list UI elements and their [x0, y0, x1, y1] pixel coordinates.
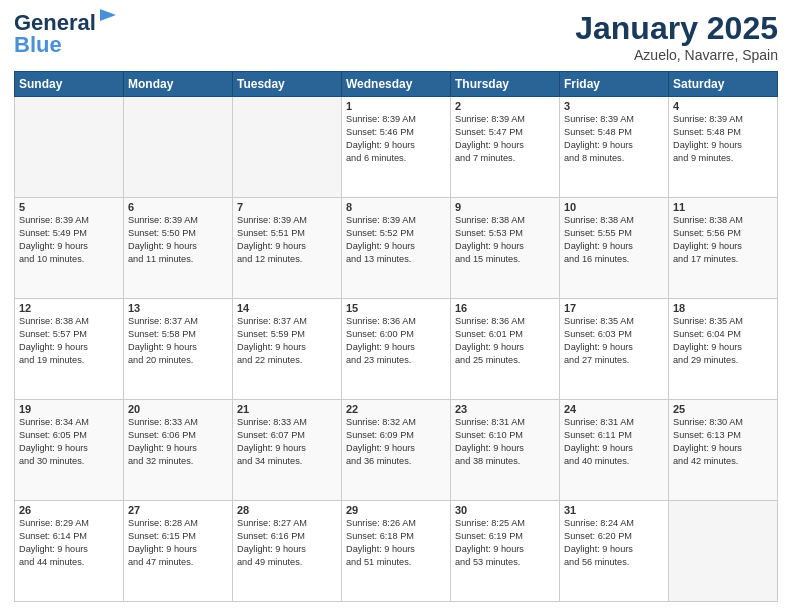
calendar-cell: 5Sunrise: 8:39 AM Sunset: 5:49 PM Daylig…	[15, 198, 124, 299]
cell-content: Sunrise: 8:34 AM Sunset: 6:05 PM Dayligh…	[19, 416, 119, 468]
day-number: 21	[237, 403, 337, 415]
calendar-cell: 13Sunrise: 8:37 AM Sunset: 5:58 PM Dayli…	[124, 299, 233, 400]
calendar-cell	[15, 97, 124, 198]
week-row-1: 1Sunrise: 8:39 AM Sunset: 5:46 PM Daylig…	[15, 97, 778, 198]
day-number: 6	[128, 201, 228, 213]
calendar-table: SundayMondayTuesdayWednesdayThursdayFrid…	[14, 71, 778, 602]
cell-content: Sunrise: 8:39 AM Sunset: 5:50 PM Dayligh…	[128, 214, 228, 266]
day-number: 20	[128, 403, 228, 415]
calendar-cell: 16Sunrise: 8:36 AM Sunset: 6:01 PM Dayli…	[451, 299, 560, 400]
cell-content: Sunrise: 8:31 AM Sunset: 6:10 PM Dayligh…	[455, 416, 555, 468]
cell-content: Sunrise: 8:38 AM Sunset: 5:55 PM Dayligh…	[564, 214, 664, 266]
cell-content: Sunrise: 8:39 AM Sunset: 5:47 PM Dayligh…	[455, 113, 555, 165]
cell-content: Sunrise: 8:37 AM Sunset: 5:59 PM Dayligh…	[237, 315, 337, 367]
day-number: 1	[346, 100, 446, 112]
cell-content: Sunrise: 8:27 AM Sunset: 6:16 PM Dayligh…	[237, 517, 337, 569]
calendar-cell: 28Sunrise: 8:27 AM Sunset: 6:16 PM Dayli…	[233, 501, 342, 602]
day-number: 7	[237, 201, 337, 213]
day-number: 14	[237, 302, 337, 314]
cell-content: Sunrise: 8:24 AM Sunset: 6:20 PM Dayligh…	[564, 517, 664, 569]
day-number: 13	[128, 302, 228, 314]
cell-content: Sunrise: 8:39 AM Sunset: 5:48 PM Dayligh…	[673, 113, 773, 165]
page: General Blue January 2025 Azuelo, Navarr…	[0, 0, 792, 612]
cell-content: Sunrise: 8:38 AM Sunset: 5:56 PM Dayligh…	[673, 214, 773, 266]
calendar-cell: 3Sunrise: 8:39 AM Sunset: 5:48 PM Daylig…	[560, 97, 669, 198]
day-number: 30	[455, 504, 555, 516]
calendar-cell: 25Sunrise: 8:30 AM Sunset: 6:13 PM Dayli…	[669, 400, 778, 501]
calendar-cell: 12Sunrise: 8:38 AM Sunset: 5:57 PM Dayli…	[15, 299, 124, 400]
calendar-cell: 7Sunrise: 8:39 AM Sunset: 5:51 PM Daylig…	[233, 198, 342, 299]
calendar-cell: 1Sunrise: 8:39 AM Sunset: 5:46 PM Daylig…	[342, 97, 451, 198]
weekday-header-monday: Monday	[124, 72, 233, 97]
logo: General Blue	[14, 10, 118, 58]
cell-content: Sunrise: 8:39 AM Sunset: 5:51 PM Dayligh…	[237, 214, 337, 266]
cell-content: Sunrise: 8:29 AM Sunset: 6:14 PM Dayligh…	[19, 517, 119, 569]
cell-content: Sunrise: 8:36 AM Sunset: 6:00 PM Dayligh…	[346, 315, 446, 367]
calendar-cell: 27Sunrise: 8:28 AM Sunset: 6:15 PM Dayli…	[124, 501, 233, 602]
day-number: 23	[455, 403, 555, 415]
cell-content: Sunrise: 8:32 AM Sunset: 6:09 PM Dayligh…	[346, 416, 446, 468]
day-number: 29	[346, 504, 446, 516]
day-number: 19	[19, 403, 119, 415]
cell-content: Sunrise: 8:25 AM Sunset: 6:19 PM Dayligh…	[455, 517, 555, 569]
calendar-cell: 4Sunrise: 8:39 AM Sunset: 5:48 PM Daylig…	[669, 97, 778, 198]
calendar-cell: 10Sunrise: 8:38 AM Sunset: 5:55 PM Dayli…	[560, 198, 669, 299]
day-number: 18	[673, 302, 773, 314]
day-number: 8	[346, 201, 446, 213]
day-number: 9	[455, 201, 555, 213]
calendar-cell: 31Sunrise: 8:24 AM Sunset: 6:20 PM Dayli…	[560, 501, 669, 602]
calendar-cell: 24Sunrise: 8:31 AM Sunset: 6:11 PM Dayli…	[560, 400, 669, 501]
day-number: 31	[564, 504, 664, 516]
cell-content: Sunrise: 8:39 AM Sunset: 5:46 PM Dayligh…	[346, 113, 446, 165]
calendar-cell: 20Sunrise: 8:33 AM Sunset: 6:06 PM Dayli…	[124, 400, 233, 501]
header: General Blue January 2025 Azuelo, Navarr…	[14, 10, 778, 63]
title-area: January 2025 Azuelo, Navarre, Spain	[575, 10, 778, 63]
weekday-header-friday: Friday	[560, 72, 669, 97]
cell-content: Sunrise: 8:33 AM Sunset: 6:06 PM Dayligh…	[128, 416, 228, 468]
cell-content: Sunrise: 8:39 AM Sunset: 5:52 PM Dayligh…	[346, 214, 446, 266]
cell-content: Sunrise: 8:28 AM Sunset: 6:15 PM Dayligh…	[128, 517, 228, 569]
day-number: 12	[19, 302, 119, 314]
calendar-cell: 26Sunrise: 8:29 AM Sunset: 6:14 PM Dayli…	[15, 501, 124, 602]
cell-content: Sunrise: 8:36 AM Sunset: 6:01 PM Dayligh…	[455, 315, 555, 367]
day-number: 26	[19, 504, 119, 516]
calendar-cell	[669, 501, 778, 602]
cell-content: Sunrise: 8:30 AM Sunset: 6:13 PM Dayligh…	[673, 416, 773, 468]
calendar-cell: 2Sunrise: 8:39 AM Sunset: 5:47 PM Daylig…	[451, 97, 560, 198]
day-number: 25	[673, 403, 773, 415]
calendar-cell	[233, 97, 342, 198]
day-number: 15	[346, 302, 446, 314]
day-number: 24	[564, 403, 664, 415]
day-number: 11	[673, 201, 773, 213]
cell-content: Sunrise: 8:37 AM Sunset: 5:58 PM Dayligh…	[128, 315, 228, 367]
weekday-header-row: SundayMondayTuesdayWednesdayThursdayFrid…	[15, 72, 778, 97]
week-row-5: 26Sunrise: 8:29 AM Sunset: 6:14 PM Dayli…	[15, 501, 778, 602]
calendar-cell: 19Sunrise: 8:34 AM Sunset: 6:05 PM Dayli…	[15, 400, 124, 501]
calendar-cell: 14Sunrise: 8:37 AM Sunset: 5:59 PM Dayli…	[233, 299, 342, 400]
day-number: 17	[564, 302, 664, 314]
calendar-cell: 29Sunrise: 8:26 AM Sunset: 6:18 PM Dayli…	[342, 501, 451, 602]
cell-content: Sunrise: 8:38 AM Sunset: 5:53 PM Dayligh…	[455, 214, 555, 266]
week-row-2: 5Sunrise: 8:39 AM Sunset: 5:49 PM Daylig…	[15, 198, 778, 299]
day-number: 27	[128, 504, 228, 516]
cell-content: Sunrise: 8:35 AM Sunset: 6:03 PM Dayligh…	[564, 315, 664, 367]
calendar-cell: 22Sunrise: 8:32 AM Sunset: 6:09 PM Dayli…	[342, 400, 451, 501]
cell-content: Sunrise: 8:31 AM Sunset: 6:11 PM Dayligh…	[564, 416, 664, 468]
week-row-3: 12Sunrise: 8:38 AM Sunset: 5:57 PM Dayli…	[15, 299, 778, 400]
calendar-cell: 23Sunrise: 8:31 AM Sunset: 6:10 PM Dayli…	[451, 400, 560, 501]
calendar-cell: 17Sunrise: 8:35 AM Sunset: 6:03 PM Dayli…	[560, 299, 669, 400]
cell-content: Sunrise: 8:35 AM Sunset: 6:04 PM Dayligh…	[673, 315, 773, 367]
calendar-cell	[124, 97, 233, 198]
weekday-header-wednesday: Wednesday	[342, 72, 451, 97]
cell-content: Sunrise: 8:38 AM Sunset: 5:57 PM Dayligh…	[19, 315, 119, 367]
calendar-cell: 15Sunrise: 8:36 AM Sunset: 6:00 PM Dayli…	[342, 299, 451, 400]
day-number: 22	[346, 403, 446, 415]
day-number: 5	[19, 201, 119, 213]
calendar-cell: 18Sunrise: 8:35 AM Sunset: 6:04 PM Dayli…	[669, 299, 778, 400]
day-number: 4	[673, 100, 773, 112]
day-number: 28	[237, 504, 337, 516]
calendar-cell: 21Sunrise: 8:33 AM Sunset: 6:07 PM Dayli…	[233, 400, 342, 501]
svg-marker-0	[100, 9, 116, 21]
logo-content: General Blue	[14, 10, 118, 58]
calendar-cell: 8Sunrise: 8:39 AM Sunset: 5:52 PM Daylig…	[342, 198, 451, 299]
